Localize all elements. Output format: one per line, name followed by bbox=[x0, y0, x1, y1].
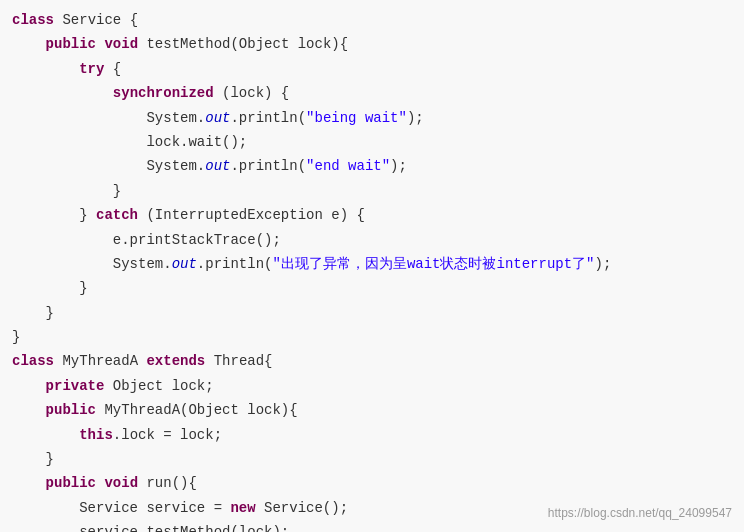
code-line-17: public MyThreadA(Object lock){ bbox=[0, 398, 744, 422]
code-line-1: class Service { bbox=[0, 8, 744, 32]
code-line-4: synchronized (lock) { bbox=[0, 81, 744, 105]
code-line-2: public void testMethod(Object lock){ bbox=[0, 32, 744, 56]
code-line-14: } bbox=[0, 325, 744, 349]
code-line-12: } bbox=[0, 276, 744, 300]
code-line-8: } bbox=[0, 179, 744, 203]
code-line-7: System.out.println("end wait"); bbox=[0, 154, 744, 178]
watermark: https://blog.csdn.net/qq_24099547 bbox=[548, 506, 732, 520]
code-line-22: service.testMethod(lock); bbox=[0, 520, 744, 532]
code-container: class Service { public void testMethod(O… bbox=[0, 0, 744, 532]
code-line-18: this.lock = lock; bbox=[0, 423, 744, 447]
code-line-11: System.out.println("出现了异常，因为呈wait状态时被int… bbox=[0, 252, 744, 276]
code-line-10: e.printStackTrace(); bbox=[0, 228, 744, 252]
code-line-6: lock.wait(); bbox=[0, 130, 744, 154]
code-line-5: System.out.println("being wait"); bbox=[0, 106, 744, 130]
code-line-3: try { bbox=[0, 57, 744, 81]
code-line-19: } bbox=[0, 447, 744, 471]
code-line-15: class MyThreadA extends Thread{ bbox=[0, 349, 744, 373]
code-line-13: } bbox=[0, 301, 744, 325]
code-line-20: public void run(){ bbox=[0, 471, 744, 495]
code-line-16: private Object lock; bbox=[0, 374, 744, 398]
code-line-9: } catch (InterruptedException e) { bbox=[0, 203, 744, 227]
